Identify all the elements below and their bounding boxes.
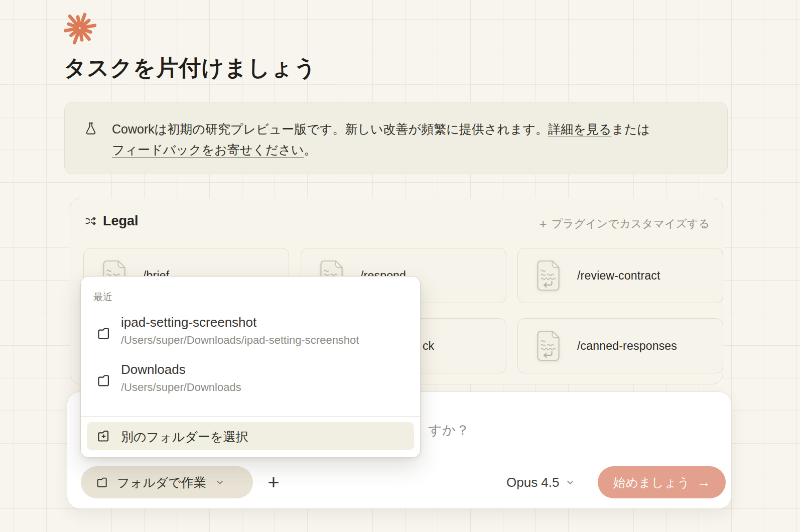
- command-label: /review-contract: [577, 269, 660, 283]
- chevron-down-icon: [214, 477, 225, 488]
- command-label-fragment: ck: [423, 339, 434, 353]
- document-return-icon: [534, 260, 563, 291]
- research-preview-banner: Coworkは初期の研究プレビュー版です。新しい改善が頻繁に提供されます。詳細を…: [64, 102, 728, 174]
- folder-icon: [96, 326, 111, 341]
- starburst-icon: [63, 12, 96, 45]
- page-title: タスクを片付けましょう: [64, 53, 317, 83]
- arrow-right-icon: →: [697, 476, 710, 489]
- start-button-label: 始めましょう: [613, 474, 690, 491]
- chevron-down-icon: [565, 477, 576, 488]
- menu-divider: [81, 416, 420, 417]
- folder-path: /Users/super/Downloads/ipad-setting-scre…: [121, 334, 359, 347]
- folder-name: Downloads: [121, 362, 186, 377]
- prompt-placeholder-fragment: すか？: [428, 421, 469, 439]
- folder-menu-item-ipad-setting-screenshot[interactable]: ipad-setting-screenshot /Users/super/Dow…: [81, 311, 420, 358]
- banner-line1-suffix: または: [611, 122, 650, 136]
- workspace-title: Legal: [103, 213, 139, 229]
- folder-name: ipad-setting-screenshot: [121, 315, 256, 330]
- start-button[interactable]: 始めましょう →: [598, 466, 726, 498]
- folder-icon: [96, 373, 111, 388]
- choose-other-folder-label: 別のフォルダーを選択: [121, 429, 248, 445]
- folder-picker-menu: 最近 ipad-setting-screenshot /Users/super/…: [80, 276, 421, 458]
- plus-icon: +: [268, 471, 279, 494]
- banner-line2-suffix: 。: [304, 143, 317, 157]
- folder-icon: [95, 476, 109, 489]
- send-feedback-link[interactable]: フィードバックをお寄せください: [112, 143, 304, 157]
- choose-other-folder-item[interactable]: 別のフォルダーを選択: [87, 422, 414, 450]
- document-return-icon: [534, 330, 563, 361]
- banner-text: Coworkは初期の研究プレビュー版です。新しい改善が頻繁に提供されます。詳細を…: [112, 119, 707, 160]
- shuffle-icon: [84, 215, 97, 227]
- see-details-link[interactable]: 詳細を見る: [548, 122, 611, 136]
- customize-plugins-button[interactable]: + プラグインでカスタマイズする: [540, 216, 710, 231]
- work-in-folder-button[interactable]: フォルダで作業: [81, 466, 253, 498]
- customize-plugins-label: プラグインでカスタマイズする: [552, 216, 710, 231]
- add-attachment-button[interactable]: +: [257, 466, 290, 498]
- folder-plus-icon: [96, 429, 111, 444]
- flask-icon: [84, 121, 98, 136]
- model-selector[interactable]: Opus 4.5: [506, 466, 576, 498]
- command-label: /canned-responses: [577, 339, 677, 353]
- banner-line1-text: Coworkは初期の研究プレビュー版です。新しい改善が頻繁に提供されます。: [112, 122, 548, 136]
- recent-section-label: 最近: [93, 291, 112, 304]
- command-card-review-contract[interactable]: /review-contract: [517, 248, 723, 303]
- page-root: タスクを片付けましょう Coworkは初期の研究プレビュー版です。新しい改善が頻…: [0, 0, 800, 532]
- plus-icon: +: [540, 218, 547, 229]
- banner-line-1: Coworkは初期の研究プレビュー版です。新しい改善が頻繁に提供されます。詳細を…: [112, 119, 707, 140]
- work-in-folder-label: フォルダで作業: [117, 474, 206, 491]
- claude-starburst-logo[interactable]: [63, 12, 96, 45]
- banner-line-2: フィードバックをお寄せください。: [112, 140, 707, 160]
- command-card-canned-responses[interactable]: /canned-responses: [517, 318, 723, 373]
- folder-path: /Users/super/Downloads: [121, 381, 241, 394]
- model-label: Opus 4.5: [506, 475, 560, 490]
- folder-menu-item-downloads[interactable]: Downloads /Users/super/Downloads: [81, 358, 420, 405]
- workspace-header: Legal: [84, 213, 139, 229]
